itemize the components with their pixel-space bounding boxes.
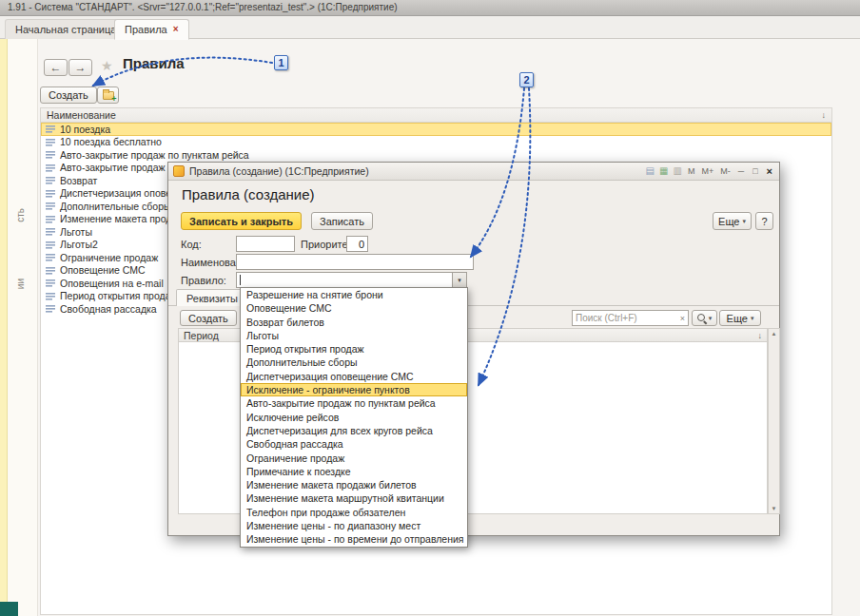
dropdown-option[interactable]: Дополнительные сборы xyxy=(241,356,467,369)
dropdown-option[interactable]: Исключение рейсов xyxy=(241,411,467,424)
search-input[interactable] xyxy=(573,313,677,323)
annotation-badge-1: 1 xyxy=(274,55,288,70)
dropdown-option-label: Разрешение на снятие брони xyxy=(246,289,383,300)
annotation-badge-2: 2 xyxy=(519,72,534,87)
dropdown-option[interactable]: Разрешение на снятие брони xyxy=(241,288,467,301)
more-button-toolbar[interactable]: Еще ▾ xyxy=(719,310,761,326)
dropdown-option[interactable]: Исключение - ограничение пунктов xyxy=(241,383,467,396)
list-item[interactable]: 10 поездка xyxy=(41,123,831,136)
create-button[interactable]: Создать xyxy=(40,87,97,104)
catalog-item-icon xyxy=(46,279,55,287)
dropdown-option[interactable]: Изменение цены - по диапазону мест xyxy=(241,519,467,532)
dropdown-option-label: Изменение макета продажи билетов xyxy=(246,479,417,491)
code-input[interactable] xyxy=(236,236,295,252)
dropdown-option[interactable]: Диспетчеризация для всех кругов рейса xyxy=(241,424,467,437)
memory-m-minus-button[interactable]: М- xyxy=(719,166,732,176)
tab-rules[interactable]: Правила × xyxy=(114,19,189,40)
catalog-item-icon xyxy=(46,202,55,210)
save-button[interactable]: Записать xyxy=(311,212,373,230)
chevron-down-icon: ▾ xyxy=(742,218,746,225)
memory-m-plus-button[interactable]: М+ xyxy=(700,166,714,176)
dialog-titlebar-icon-3[interactable]: ▥ xyxy=(674,166,682,176)
dropdown-option-label: Исключение рейсов xyxy=(246,412,339,423)
dialog-heading: Правила (создание) xyxy=(182,186,315,202)
help-button[interactable]: ? xyxy=(755,212,773,230)
dropdown-option[interactable]: Ограничение продаж xyxy=(241,452,467,465)
dropdown-option-label: Дополнительные сборы xyxy=(246,356,358,368)
catalog-item-icon xyxy=(46,292,55,300)
tab-close-icon[interactable]: × xyxy=(173,25,179,34)
favorites-star-icon[interactable]: ★ xyxy=(101,58,113,73)
back-button[interactable]: ← xyxy=(44,59,68,76)
forward-button[interactable]: → xyxy=(68,59,92,76)
dialog-titlebar-icon-1[interactable]: ▤ xyxy=(646,166,655,176)
catalog-item-icon xyxy=(46,150,55,159)
window-titlebar: 1.91 - Система "СТАНДАРТ". <Srvr="127.0.… xyxy=(0,0,860,16)
clear-search-icon[interactable]: × xyxy=(677,314,688,323)
create-row-button[interactable]: Создать xyxy=(180,310,237,326)
memory-m-button[interactable]: М xyxy=(687,166,696,176)
close-icon[interactable]: × xyxy=(765,165,774,177)
dropdown-option[interactable]: Период открытия продаж xyxy=(241,342,467,356)
rule-input[interactable] xyxy=(236,272,452,288)
chevron-down-icon: ▾ xyxy=(751,315,754,322)
more-button-top[interactable]: Еще ▾ xyxy=(713,212,752,230)
dropdown-option-label: Ограничение продаж xyxy=(246,452,344,464)
dropdown-option[interactable]: Изменение цены - по времени до отправлен… xyxy=(241,532,467,546)
dropdown-option-label: Оповещение СМС xyxy=(246,302,332,314)
1c-logo-icon xyxy=(173,165,185,177)
name-input[interactable] xyxy=(236,254,474,270)
tab-home[interactable]: Начальная страница xyxy=(5,19,127,39)
list-item-label: Свободная рассадка xyxy=(60,303,157,315)
table-scrollbar[interactable]: ▲ ▼ xyxy=(768,328,780,514)
window-title: 1.91 - Система "СТАНДАРТ". <Srvr="127.0.… xyxy=(8,2,398,12)
maximize-icon[interactable]: □ xyxy=(751,166,759,176)
sidebar-text-fragment: ии xyxy=(15,279,26,289)
save-and-close-button[interactable]: Записать и закрыть xyxy=(181,212,302,230)
list-item[interactable]: Авто-закрытие продаж по пунктам рейса xyxy=(41,148,831,162)
catalog-item-icon xyxy=(46,215,55,223)
dropdown-option-label: Диспетчеризация для всех кругов рейса xyxy=(246,425,433,436)
dropdown-option[interactable]: Телефон при продаже обязателен xyxy=(241,506,467,519)
scroll-up-icon[interactable]: ▲ xyxy=(772,331,777,337)
list-header[interactable]: Наименование ↓ xyxy=(41,108,831,123)
combo-open-button[interactable]: ▾ xyxy=(452,272,467,288)
dropdown-option[interactable]: Примечание к поездке xyxy=(241,465,467,478)
search-field[interactable]: × xyxy=(572,310,689,326)
dialog-titlebar[interactable]: Правила (создание) (1С:Предприятие) ▤ ▦ … xyxy=(168,163,779,181)
dropdown-option[interactable]: Диспетчеризация оповещение СМС xyxy=(241,370,467,383)
tab-requisites[interactable]: Реквизиты xyxy=(176,289,248,306)
dropdown-option[interactable]: Льготы xyxy=(241,329,467,342)
dropdown-option-label: Возврат билетов xyxy=(246,317,324,328)
dropdown-option[interactable]: Изменение макета маршрутной квитанции xyxy=(241,491,467,505)
back-arrow-icon: ← xyxy=(50,61,62,74)
taskbar-corner xyxy=(0,602,18,616)
rule-options-popup: Разрешение на снятие брони Оповещение СМ… xyxy=(240,287,468,548)
list-item-label: Ограничение продаж xyxy=(60,252,158,263)
create-group-button[interactable] xyxy=(97,87,119,104)
dropdown-option[interactable]: Изменение макета продажи билетов xyxy=(241,478,467,491)
priority-input[interactable] xyxy=(346,236,368,252)
dropdown-option-label: Исключение - ограничение пунктов xyxy=(246,384,410,395)
dialog-titlebar-icon-2[interactable]: ▦ xyxy=(659,166,668,176)
list-item-label: 10 поездка бесплатно xyxy=(60,136,162,147)
list-item[interactable]: 10 поездка бесплатно xyxy=(41,136,831,149)
forward-arrow-icon: → xyxy=(75,61,87,74)
rule-combobox[interactable]: ▾ xyxy=(236,272,467,288)
more-button-label: Еще xyxy=(727,313,748,324)
period-column-header: Период xyxy=(184,330,219,341)
dropdown-option[interactable]: Авто-закрытие продаж по пунктам рейса xyxy=(241,396,467,410)
dropdown-option[interactable]: Оповещение СМС xyxy=(241,301,467,315)
sidebar-text-fragment: сть xyxy=(15,208,26,222)
application-window: 1.91 - Система "СТАНДАРТ". <Srvr="127.0.… xyxy=(0,0,860,616)
catalog-item-icon xyxy=(46,266,55,275)
sort-down-icon: ↓ xyxy=(822,110,827,120)
scroll-down-icon[interactable]: ▼ xyxy=(772,506,777,511)
list-item-label: Льготы xyxy=(60,226,92,238)
minimize-icon[interactable]: ─ xyxy=(736,166,746,176)
dropdown-option-label: Свободная рассадка xyxy=(246,438,343,450)
dropdown-option[interactable]: Свободная рассадка xyxy=(241,437,467,451)
dropdown-option[interactable]: Возврат билетов xyxy=(241,316,467,329)
search-button[interactable]: ▾ xyxy=(692,310,717,326)
dropdown-option-label: Изменение цены - по времени до отправлен… xyxy=(246,533,464,545)
